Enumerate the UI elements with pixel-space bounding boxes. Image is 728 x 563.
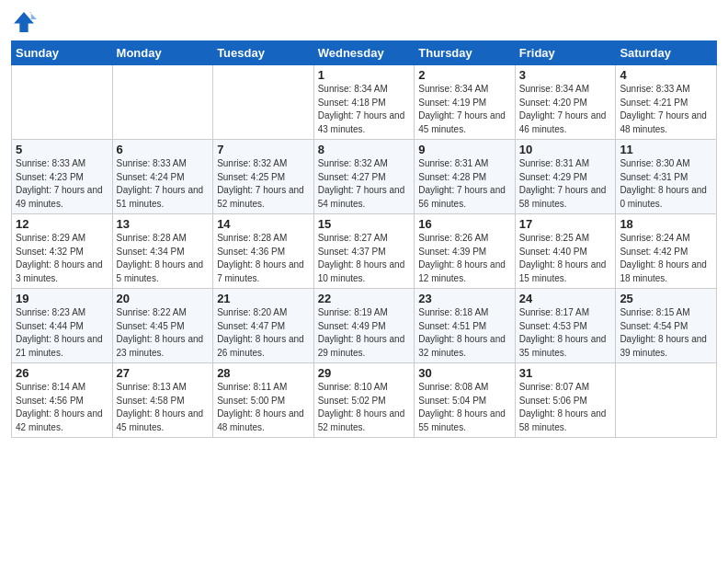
day-info: Sunrise: 8:13 AM Sunset: 4:58 PM Dayligh…: [117, 381, 210, 434]
weekday-header-saturday: Saturday: [616, 41, 717, 65]
calendar-cell: [213, 65, 314, 140]
weekday-header-thursday: Thursday: [415, 41, 516, 65]
day-info: Sunrise: 8:33 AM Sunset: 4:21 PM Dayligh…: [620, 83, 712, 136]
day-number: 29: [318, 366, 411, 380]
calendar-cell: 2Sunrise: 8:34 AM Sunset: 4:19 PM Daylig…: [415, 65, 516, 140]
calendar-week-1: 1Sunrise: 8:34 AM Sunset: 4:18 PM Daylig…: [12, 65, 717, 140]
day-info: Sunrise: 8:07 AM Sunset: 5:06 PM Dayligh…: [519, 381, 612, 434]
day-info: Sunrise: 8:18 AM Sunset: 4:51 PM Dayligh…: [418, 306, 511, 360]
calendar-cell: 24Sunrise: 8:17 AM Sunset: 4:53 PM Dayli…: [515, 289, 616, 363]
svg-marker-0: [14, 12, 34, 32]
day-info: Sunrise: 8:31 AM Sunset: 4:29 PM Dayligh…: [519, 157, 612, 211]
day-info: Sunrise: 8:34 AM Sunset: 4:19 PM Dayligh…: [418, 83, 511, 136]
day-info: Sunrise: 8:30 AM Sunset: 4:31 PM Dayligh…: [620, 157, 712, 211]
day-number: 2: [418, 68, 511, 82]
weekday-header-wednesday: Wednesday: [313, 41, 415, 65]
day-number: 27: [117, 366, 210, 380]
calendar-cell: [112, 65, 213, 140]
day-info: Sunrise: 8:14 AM Sunset: 4:56 PM Dayligh…: [16, 381, 108, 434]
day-info: Sunrise: 8:22 AM Sunset: 4:45 PM Dayligh…: [117, 306, 210, 360]
day-info: Sunrise: 8:15 AM Sunset: 4:54 PM Dayligh…: [620, 306, 712, 360]
calendar-cell: 17Sunrise: 8:25 AM Sunset: 4:40 PM Dayli…: [515, 214, 616, 289]
calendar-cell: [12, 65, 113, 140]
calendar-cell: 12Sunrise: 8:29 AM Sunset: 4:32 PM Dayli…: [12, 214, 113, 289]
logo: [11, 9, 40, 35]
day-info: Sunrise: 8:32 AM Sunset: 4:25 PM Dayligh…: [217, 157, 310, 211]
calendar-cell: 26Sunrise: 8:14 AM Sunset: 4:56 PM Dayli…: [12, 363, 113, 438]
day-number: 19: [16, 292, 108, 305]
calendar-cell: 14Sunrise: 8:28 AM Sunset: 4:36 PM Dayli…: [213, 214, 314, 289]
calendar-cell: 31Sunrise: 8:07 AM Sunset: 5:06 PM Dayli…: [515, 363, 616, 438]
calendar-cell: 15Sunrise: 8:27 AM Sunset: 4:37 PM Dayli…: [313, 214, 415, 289]
weekday-header-monday: Monday: [112, 41, 213, 65]
day-info: Sunrise: 8:33 AM Sunset: 4:23 PM Dayligh…: [16, 157, 108, 211]
logo-icon: [11, 9, 37, 35]
day-number: 5: [16, 143, 108, 156]
svg-marker-1: [29, 12, 37, 19]
weekday-header-friday: Friday: [515, 41, 616, 65]
header: [11, 9, 717, 35]
day-number: 26: [16, 366, 108, 380]
day-info: Sunrise: 8:08 AM Sunset: 5:04 PM Dayligh…: [418, 381, 511, 434]
day-info: Sunrise: 8:25 AM Sunset: 4:40 PM Dayligh…: [519, 232, 612, 285]
day-number: 18: [620, 217, 712, 231]
day-number: 28: [217, 366, 310, 380]
calendar-cell: 8Sunrise: 8:32 AM Sunset: 4:27 PM Daylig…: [313, 140, 415, 214]
calendar-cell: 10Sunrise: 8:31 AM Sunset: 4:29 PM Dayli…: [515, 140, 616, 214]
calendar-cell: 23Sunrise: 8:18 AM Sunset: 4:51 PM Dayli…: [415, 289, 516, 363]
day-number: 20: [117, 292, 210, 305]
day-info: Sunrise: 8:34 AM Sunset: 4:18 PM Dayligh…: [318, 83, 411, 136]
calendar-cell: 21Sunrise: 8:20 AM Sunset: 4:47 PM Dayli…: [213, 289, 314, 363]
day-info: Sunrise: 8:20 AM Sunset: 4:47 PM Dayligh…: [217, 306, 310, 360]
calendar-cell: 3Sunrise: 8:34 AM Sunset: 4:20 PM Daylig…: [515, 65, 616, 140]
day-number: 22: [318, 292, 411, 305]
calendar-cell: 6Sunrise: 8:33 AM Sunset: 4:24 PM Daylig…: [112, 140, 213, 214]
calendar-table: SundayMondayTuesdayWednesdayThursdayFrid…: [11, 40, 717, 438]
calendar-cell: 9Sunrise: 8:31 AM Sunset: 4:28 PM Daylig…: [415, 140, 516, 214]
day-info: Sunrise: 8:27 AM Sunset: 4:37 PM Dayligh…: [318, 232, 411, 285]
day-number: 25: [620, 292, 712, 305]
day-number: 14: [217, 217, 310, 231]
calendar-cell: 4Sunrise: 8:33 AM Sunset: 4:21 PM Daylig…: [616, 65, 717, 140]
weekday-header-row: SundayMondayTuesdayWednesdayThursdayFrid…: [12, 41, 717, 65]
day-number: 16: [418, 217, 511, 231]
calendar-cell: 16Sunrise: 8:26 AM Sunset: 4:39 PM Dayli…: [415, 214, 516, 289]
calendar-cell: 11Sunrise: 8:30 AM Sunset: 4:31 PM Dayli…: [616, 140, 717, 214]
day-info: Sunrise: 8:32 AM Sunset: 4:27 PM Dayligh…: [318, 157, 411, 211]
calendar-cell: 1Sunrise: 8:34 AM Sunset: 4:18 PM Daylig…: [313, 65, 415, 140]
calendar-cell: 27Sunrise: 8:13 AM Sunset: 4:58 PM Dayli…: [112, 363, 213, 438]
calendar-cell: [616, 363, 717, 438]
day-number: 6: [117, 143, 210, 156]
calendar-cell: 30Sunrise: 8:08 AM Sunset: 5:04 PM Dayli…: [415, 363, 516, 438]
day-info: Sunrise: 8:29 AM Sunset: 4:32 PM Dayligh…: [16, 232, 108, 285]
day-number: 21: [217, 292, 310, 305]
day-info: Sunrise: 8:19 AM Sunset: 4:49 PM Dayligh…: [318, 306, 411, 360]
day-number: 10: [519, 143, 612, 156]
day-number: 24: [519, 292, 612, 305]
calendar-week-5: 26Sunrise: 8:14 AM Sunset: 4:56 PM Dayli…: [12, 363, 717, 438]
calendar-cell: 29Sunrise: 8:10 AM Sunset: 5:02 PM Dayli…: [313, 363, 415, 438]
calendar-cell: 28Sunrise: 8:11 AM Sunset: 5:00 PM Dayli…: [213, 363, 314, 438]
day-number: 11: [620, 143, 712, 156]
calendar-cell: 22Sunrise: 8:19 AM Sunset: 4:49 PM Dayli…: [313, 289, 415, 363]
calendar-cell: 7Sunrise: 8:32 AM Sunset: 4:25 PM Daylig…: [213, 140, 314, 214]
day-info: Sunrise: 8:31 AM Sunset: 4:28 PM Dayligh…: [418, 157, 511, 211]
day-number: 3: [519, 68, 612, 82]
day-info: Sunrise: 8:26 AM Sunset: 4:39 PM Dayligh…: [418, 232, 511, 285]
day-number: 1: [318, 68, 411, 82]
day-number: 4: [620, 68, 712, 82]
calendar-week-3: 12Sunrise: 8:29 AM Sunset: 4:32 PM Dayli…: [12, 214, 717, 289]
weekday-header-tuesday: Tuesday: [213, 41, 314, 65]
day-number: 15: [318, 217, 411, 231]
day-number: 9: [418, 143, 511, 156]
day-info: Sunrise: 8:17 AM Sunset: 4:53 PM Dayligh…: [519, 306, 612, 360]
calendar-cell: 19Sunrise: 8:23 AM Sunset: 4:44 PM Dayli…: [12, 289, 113, 363]
calendar-week-4: 19Sunrise: 8:23 AM Sunset: 4:44 PM Dayli…: [12, 289, 717, 363]
day-number: 31: [519, 366, 612, 380]
day-number: 8: [318, 143, 411, 156]
day-info: Sunrise: 8:10 AM Sunset: 5:02 PM Dayligh…: [318, 381, 411, 434]
day-info: Sunrise: 8:34 AM Sunset: 4:20 PM Dayligh…: [519, 83, 612, 136]
calendar-cell: 18Sunrise: 8:24 AM Sunset: 4:42 PM Dayli…: [616, 214, 717, 289]
day-number: 17: [519, 217, 612, 231]
calendar-cell: 13Sunrise: 8:28 AM Sunset: 4:34 PM Dayli…: [112, 214, 213, 289]
